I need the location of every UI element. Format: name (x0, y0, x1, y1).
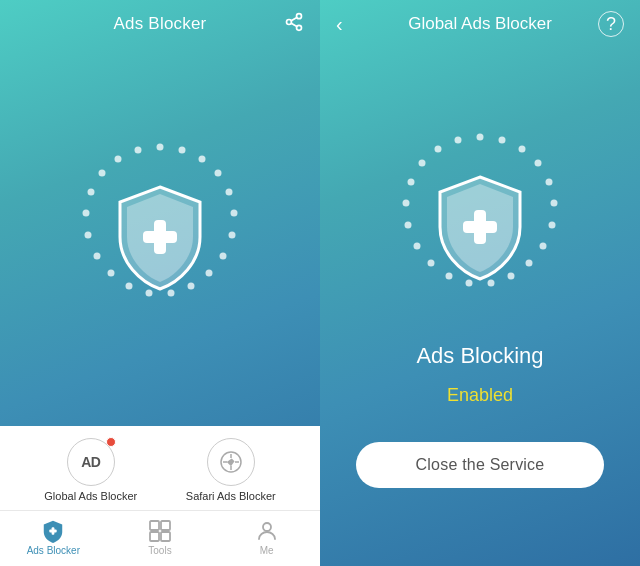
svg-point-9 (226, 189, 233, 196)
right-shield-icon (425, 172, 535, 282)
left-bottom-bar: AD Global Ads Blocker Saf (0, 426, 320, 566)
left-title: Ads Blocker (114, 14, 207, 34)
svg-point-22 (88, 189, 95, 196)
right-title: Global Ads Blocker (408, 14, 552, 34)
svg-point-61 (455, 136, 462, 143)
safari-icon-wrap (207, 438, 255, 486)
svg-point-19 (94, 253, 101, 260)
svg-point-7 (199, 156, 206, 163)
right-shield-circle[interactable] (380, 127, 580, 327)
svg-rect-35 (50, 530, 57, 533)
svg-point-25 (135, 147, 142, 154)
ads-blocking-label: Ads Blocking (416, 343, 543, 369)
person-tab-icon (255, 519, 279, 543)
svg-point-10 (231, 210, 238, 217)
notification-badge (106, 437, 116, 447)
svg-point-57 (403, 199, 410, 206)
svg-point-5 (157, 144, 164, 151)
shield-icon (105, 182, 215, 292)
svg-point-46 (551, 199, 558, 206)
share-icon[interactable] (284, 12, 304, 37)
back-button[interactable]: ‹ (336, 13, 343, 36)
svg-point-6 (179, 147, 186, 154)
svg-rect-38 (150, 532, 159, 541)
svg-point-40 (263, 523, 271, 531)
right-main: Ads Blocking Enabled Close the Service (320, 48, 640, 566)
svg-point-11 (229, 232, 236, 239)
tab-tools-label: Tools (148, 545, 171, 556)
svg-point-47 (549, 221, 556, 228)
svg-point-48 (540, 242, 547, 249)
left-header: Ads Blocker (0, 0, 320, 48)
svg-point-43 (519, 145, 526, 152)
svg-rect-63 (463, 221, 497, 233)
svg-point-21 (83, 210, 90, 217)
svg-point-44 (535, 159, 542, 166)
left-panel: Ads Blocker (0, 0, 320, 566)
tab-ads-blocker[interactable]: Ads Blocker (23, 519, 83, 556)
grid-tab-icon (148, 519, 172, 543)
svg-point-24 (115, 156, 122, 163)
svg-point-45 (546, 178, 553, 185)
svg-point-58 (408, 178, 415, 185)
svg-point-42 (499, 136, 506, 143)
svg-point-12 (220, 253, 227, 260)
svg-point-56 (405, 221, 412, 228)
svg-line-4 (291, 17, 297, 20)
tab-me[interactable]: Me (237, 519, 297, 556)
svg-point-59 (419, 159, 426, 166)
tab-ads-blocker-label: Ads Blocker (27, 545, 80, 556)
svg-point-60 (435, 145, 442, 152)
ad-icon: AD (81, 454, 100, 470)
help-button[interactable]: ? (598, 11, 624, 37)
svg-rect-39 (161, 532, 170, 541)
safari-ads-label: Safari Ads Blocker (186, 490, 276, 502)
svg-point-41 (477, 133, 484, 140)
global-ads-icon-wrap: AD (67, 438, 115, 486)
apps-list: AD Global Ads Blocker Saf (0, 426, 320, 511)
shield-circle[interactable] (60, 137, 260, 337)
svg-rect-27 (143, 231, 177, 243)
tab-tools[interactable]: Tools (130, 519, 190, 556)
safari-ads-blocker-item[interactable]: Safari Ads Blocker (186, 438, 276, 502)
enabled-status: Enabled (447, 385, 513, 406)
svg-marker-33 (227, 458, 235, 466)
tab-me-label: Me (260, 545, 274, 556)
right-header: ‹ Global Ads Blocker ? (320, 0, 640, 48)
svg-point-20 (85, 232, 92, 239)
left-main (0, 48, 320, 426)
svg-point-23 (99, 170, 106, 177)
left-tab-bar: Ads Blocker Tools Me (0, 511, 320, 566)
shield-tab-icon (41, 519, 65, 543)
svg-point-55 (414, 242, 421, 249)
right-panel: ‹ Global Ads Blocker ? (320, 0, 640, 566)
svg-line-3 (291, 23, 297, 26)
close-service-button[interactable]: Close the Service (356, 442, 605, 488)
global-ads-label: Global Ads Blocker (44, 490, 137, 502)
svg-point-8 (215, 170, 222, 177)
svg-rect-36 (150, 521, 159, 530)
svg-rect-37 (161, 521, 170, 530)
global-ads-blocker-item[interactable]: AD Global Ads Blocker (44, 438, 137, 502)
safari-compass-icon (219, 450, 243, 474)
